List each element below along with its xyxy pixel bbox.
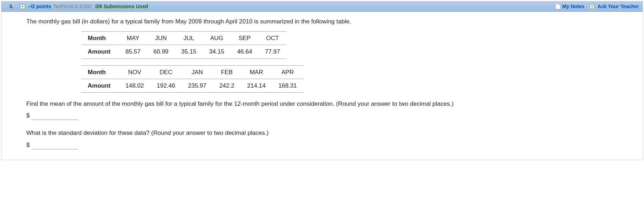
table-cell: 34.15 xyxy=(203,45,231,59)
submissions-used: 0/6 Submissions Used xyxy=(95,4,148,9)
table-cell: 214.14 xyxy=(241,79,272,92)
row-header-month: Month xyxy=(81,32,119,45)
question-2-text: What is the standard deviation for these… xyxy=(26,128,633,138)
table-cell: SEP xyxy=(231,32,259,45)
assignment-reference: TanFin10 8.3.032. xyxy=(53,4,93,9)
data-table-2: Month NOV DEC JAN FEB MAR APR Amount 148… xyxy=(81,65,303,93)
question-header: 3. + –/2 points TanFin10 8.3.032. 0/6 Su… xyxy=(1,1,643,12)
intro-text: The monthly gas bill (in dollars) for a … xyxy=(26,17,633,26)
question-body: The monthly gas bill (in dollars) for a … xyxy=(1,12,643,160)
table-cell: 77.97 xyxy=(259,45,287,59)
currency-symbol: $ xyxy=(26,111,29,120)
table-cell: 192.46 xyxy=(150,79,182,92)
question-1-text: Find the mean of the amount of the month… xyxy=(26,99,633,109)
table-cell: 168.31 xyxy=(272,79,303,92)
table-cell: JUN xyxy=(147,32,175,45)
table-cell: JAN xyxy=(182,65,213,79)
my-notes-label: My Notes xyxy=(562,4,584,9)
table-cell: 235.97 xyxy=(182,79,213,92)
points-text: –/2 points xyxy=(28,4,51,9)
table-cell: MAR xyxy=(241,65,272,79)
table-cell: 60.99 xyxy=(147,45,175,59)
table-cell: 35.15 xyxy=(175,45,203,59)
table-cell: 148.02 xyxy=(119,79,150,92)
data-table-1: Month MAY JUN JUL AUG SEP OCT Amount 85.… xyxy=(81,31,287,59)
table-cell: FEB xyxy=(213,65,241,79)
currency-symbol: $ xyxy=(26,140,29,150)
question-number: 3. xyxy=(9,4,13,9)
table-cell: JUL xyxy=(175,32,203,45)
table-cell: 46.64 xyxy=(231,45,259,59)
answer-line-2: $ xyxy=(26,140,633,150)
mean-answer-input[interactable] xyxy=(32,112,78,120)
plus-icon: + xyxy=(589,4,595,9)
table-row: Month MAY JUN JUL AUG SEP OCT xyxy=(81,32,287,45)
notes-icon xyxy=(556,4,561,9)
question-container: 3. + –/2 points TanFin10 8.3.032. 0/6 Su… xyxy=(1,1,643,160)
row-header-amount: Amount xyxy=(81,79,119,92)
table-cell: APR xyxy=(272,65,303,79)
ask-teacher-label: Ask Your Teacher xyxy=(597,4,639,9)
row-header-month: Month xyxy=(81,65,119,79)
table-cell: 85.57 xyxy=(119,45,147,59)
table-cell: NOV xyxy=(119,65,150,79)
stddev-answer-input[interactable] xyxy=(32,141,78,149)
expand-icon[interactable]: + xyxy=(20,4,25,9)
table-row: Amount 148.02 192.46 235.97 242.2 214.14… xyxy=(81,79,303,92)
table-row: Month NOV DEC JAN FEB MAR APR xyxy=(81,65,303,79)
answer-line-1: $ xyxy=(26,111,633,120)
table-cell: OCT xyxy=(259,32,287,45)
row-header-amount: Amount xyxy=(81,45,119,59)
ask-teacher-link[interactable]: + Ask Your Teacher xyxy=(589,4,639,9)
table-cell: AUG xyxy=(203,32,231,45)
table-cell: 242.2 xyxy=(213,79,241,92)
table-cell: DEC xyxy=(150,65,182,79)
table-cell: MAY xyxy=(119,32,147,45)
table-row: Amount 85.57 60.99 35.15 34.15 46.64 77.… xyxy=(81,45,287,59)
my-notes-link[interactable]: My Notes xyxy=(556,4,584,9)
